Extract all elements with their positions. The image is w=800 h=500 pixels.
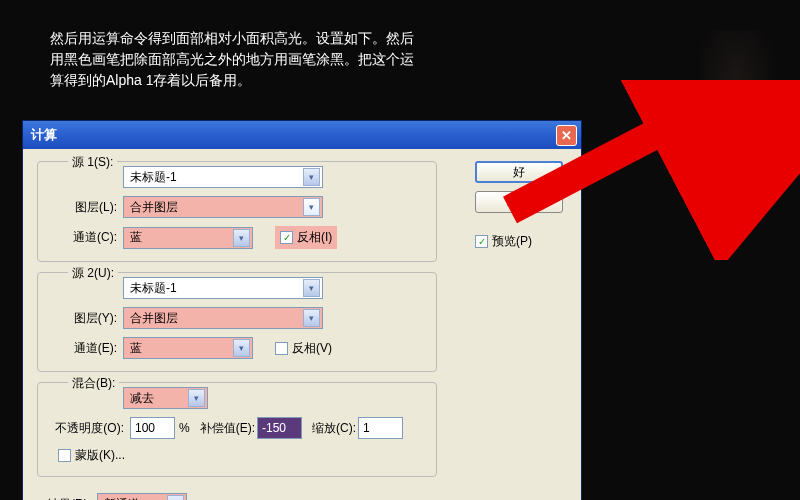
source2-layer-value: 合并图层	[130, 310, 178, 327]
blend-mode-select[interactable]: 减去 ▾	[123, 387, 208, 409]
checkbox-icon	[58, 449, 71, 462]
source2-layer-label: 图层(Y):	[48, 310, 123, 327]
chevron-down-icon: ▾	[303, 309, 320, 327]
source2-value: 未标题-1	[130, 280, 177, 297]
chevron-down-icon: ▾	[303, 279, 320, 297]
source1-invert-checkbox-wrap[interactable]: ✓ 反相(I)	[275, 226, 337, 249]
checkbox-icon: ✓	[475, 235, 488, 248]
source1-layer-select[interactable]: 合并图层 ▾	[123, 196, 323, 218]
preview-checkbox-wrap[interactable]: ✓ 预览(P)	[475, 233, 563, 250]
source2-invert-label: 反相(V)	[292, 340, 332, 357]
cancel-button[interactable]: 取消	[475, 191, 563, 213]
mask-checkbox-wrap[interactable]: 蒙版(K)...	[58, 447, 125, 464]
chevron-down-icon: ▾	[167, 495, 184, 500]
source1-channel-label: 通道(C):	[48, 229, 123, 246]
background-face-image	[700, 30, 780, 150]
result-row: 结果(R): 新通道 ▾	[37, 487, 567, 500]
offset-label: 补偿值(E):	[200, 420, 255, 437]
opacity-unit: %	[175, 421, 200, 435]
source2-channel-select[interactable]: 蓝 ▾	[123, 337, 253, 359]
source1-channel-value: 蓝	[130, 229, 142, 246]
offset-input[interactable]: -150	[257, 417, 302, 439]
chevron-down-icon: ▾	[233, 229, 250, 247]
close-button[interactable]: ✕	[556, 125, 577, 146]
instruction-text: 然后用运算命令得到面部相对小面积高光。设置如下。然后用黑色画笔把除面部高光之外的…	[50, 28, 420, 91]
source1-label: 源 1(S):	[68, 154, 117, 171]
source2-invert-checkbox-wrap[interactable]: 反相(V)	[275, 340, 332, 357]
source2-channel-label: 通道(E):	[48, 340, 123, 357]
checkbox-icon: ✓	[280, 231, 293, 244]
dialog-side-buttons: 好 取消 ✓ 预览(P)	[475, 161, 563, 250]
chevron-down-icon: ▾	[188, 389, 205, 407]
close-icon: ✕	[561, 128, 572, 143]
preview-label: 预览(P)	[492, 233, 532, 250]
chevron-down-icon: ▾	[303, 168, 320, 186]
source1-group: 源 1(S): . 未标题-1 ▾ 图层(L): 合并图层 ▾ 通道(C): 蓝	[37, 161, 437, 262]
calculations-dialog: 计算 ✕ 源 1(S): . 未标题-1 ▾ 图层(L): 合并图层 ▾	[22, 120, 582, 500]
source1-layer-label: 图层(L):	[48, 199, 123, 216]
blend-label: 混合(B):	[68, 375, 119, 392]
source1-layer-value: 合并图层	[130, 199, 178, 216]
dialog-titlebar[interactable]: 计算 ✕	[23, 121, 581, 149]
opacity-label: 不透明度(O):	[48, 420, 130, 437]
source1-value: 未标题-1	[130, 169, 177, 186]
source1-channel-select[interactable]: 蓝 ▾	[123, 227, 253, 249]
result-select[interactable]: 新通道 ▾	[97, 493, 187, 500]
chevron-down-icon: ▾	[233, 339, 250, 357]
blend-mode-value: 减去	[130, 390, 154, 407]
source1-select[interactable]: 未标题-1 ▾	[123, 166, 323, 188]
opacity-input[interactable]: 100	[130, 417, 175, 439]
source1-invert-label: 反相(I)	[297, 229, 332, 246]
scale-input[interactable]: 1	[358, 417, 403, 439]
source2-channel-value: 蓝	[130, 340, 142, 357]
blend-group: 混合(B): . 减去 ▾ 不透明度(O): 100 % 补偿值(E): -15…	[37, 382, 437, 477]
source2-group: 源 2(U): . 未标题-1 ▾ 图层(Y): 合并图层 ▾ 通道(E): 蓝	[37, 272, 437, 372]
result-value: 新通道	[104, 496, 140, 501]
scale-label: 缩放(C):	[312, 420, 356, 437]
source2-label: 源 2(U):	[68, 265, 118, 282]
ok-button[interactable]: 好	[475, 161, 563, 183]
chevron-down-icon: ▾	[303, 198, 320, 216]
source2-layer-select[interactable]: 合并图层 ▾	[123, 307, 323, 329]
source2-select[interactable]: 未标题-1 ▾	[123, 277, 323, 299]
dialog-title: 计算	[31, 126, 57, 144]
result-label: 结果(R):	[37, 496, 97, 501]
checkbox-icon	[275, 342, 288, 355]
mask-label: 蒙版(K)...	[75, 447, 125, 464]
